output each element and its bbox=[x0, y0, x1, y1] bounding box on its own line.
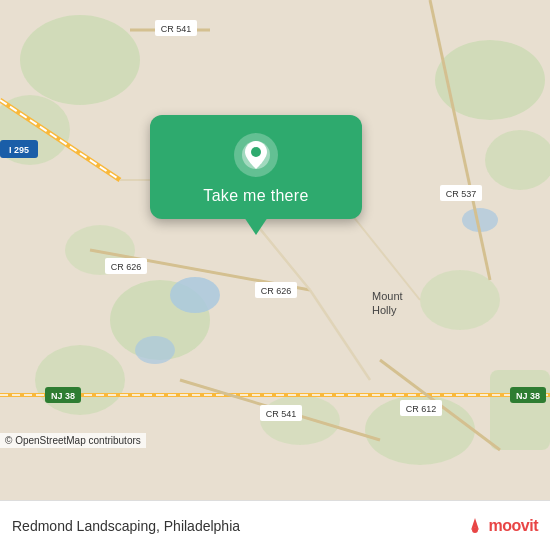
take-me-there-button[interactable]: Take me there bbox=[203, 187, 308, 205]
osm-attribution: © OpenStreetMap contributors bbox=[0, 433, 146, 448]
svg-point-6 bbox=[35, 345, 125, 415]
svg-text:CR 537: CR 537 bbox=[446, 189, 477, 199]
svg-point-50 bbox=[251, 147, 261, 157]
moovit-logo: moovit bbox=[465, 516, 538, 536]
svg-text:CR 541: CR 541 bbox=[266, 409, 297, 419]
svg-point-7 bbox=[420, 270, 500, 330]
svg-text:CR 626: CR 626 bbox=[111, 262, 142, 272]
location-pin-icon bbox=[234, 133, 278, 177]
svg-text:I 295: I 295 bbox=[9, 145, 29, 155]
svg-rect-10 bbox=[490, 370, 550, 450]
moovit-text: moovit bbox=[489, 517, 538, 535]
info-bar: Redmond Landscaping, Philadelphia moovit bbox=[0, 500, 550, 550]
svg-text:Mount: Mount bbox=[372, 290, 403, 302]
svg-point-3 bbox=[435, 40, 545, 120]
svg-text:Holly: Holly bbox=[372, 304, 397, 316]
svg-text:CR 541: CR 541 bbox=[161, 24, 192, 34]
svg-point-51 bbox=[472, 527, 478, 533]
popup[interactable]: Take me there bbox=[150, 115, 362, 219]
svg-text:CR 612: CR 612 bbox=[406, 404, 437, 414]
svg-point-13 bbox=[135, 336, 175, 364]
svg-text:CR 626: CR 626 bbox=[261, 286, 292, 296]
map-container: CR 541 CR 626 CR 626 CR 537 CR 612 CR 54… bbox=[0, 0, 550, 500]
svg-point-1 bbox=[20, 15, 140, 105]
svg-text:NJ 38: NJ 38 bbox=[51, 391, 75, 401]
svg-text:NJ 38: NJ 38 bbox=[516, 391, 540, 401]
moovit-logo-icon bbox=[465, 516, 485, 536]
business-name: Redmond Landscaping, Philadelphia bbox=[12, 518, 240, 534]
svg-point-12 bbox=[170, 277, 220, 313]
